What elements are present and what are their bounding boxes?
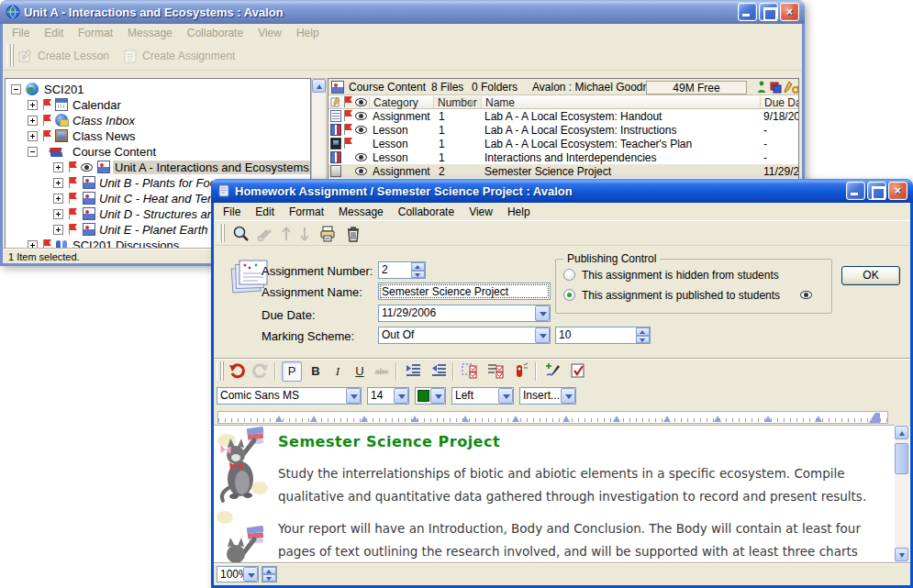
spellcheck-button[interactable] [568,361,588,382]
indent-decrease-button[interactable] [429,361,449,382]
list-row[interactable]: Lesson 1 Interactions and Interdependenc… [328,150,798,164]
tab-stop-marker[interactable] [462,416,469,422]
ruler[interactable] [217,411,888,424]
assignment-window-titlebar[interactable]: Homework Assignment / Semester Science P… [211,179,913,203]
expand-icon[interactable] [28,100,38,110]
collapse-icon[interactable] [11,84,21,94]
editor-content[interactable]: Semester Science Project Study the inter… [214,425,910,562]
font-size-combobox[interactable]: 14 [367,387,409,405]
published-radio-label[interactable]: This assignment is published to students [582,289,780,302]
course-window-titlebar[interactable]: Unit A - Interactions and Ecosystems : A… [0,0,805,24]
collapse-icon[interactable] [28,147,38,157]
zoom-combobox[interactable]: 100% [217,566,259,582]
expand-icon[interactable] [53,194,63,204]
published-radio[interactable] [563,289,575,301]
delete-icon[interactable] [344,225,362,243]
chevron-down-icon[interactable] [535,327,550,343]
toolbar-handle[interactable] [217,224,222,242]
font-family-combobox[interactable]: Comic Sans MS [217,387,362,405]
close-button[interactable]: × [888,182,907,200]
scroll-up-button[interactable] [312,79,326,93]
due-date-combobox[interactable]: 11/29/2006 [378,305,551,322]
chevron-down-icon[interactable] [561,388,575,404]
tab-stop-marker[interactable] [663,416,671,422]
tab-stop-marker[interactable] [562,416,570,422]
minimize-button[interactable] [846,182,865,200]
stepper-down[interactable] [411,271,425,279]
tree-label[interactable]: Unit B - Plants for Food [99,176,223,190]
key-pencil-icon[interactable] [792,81,799,94]
tree-label[interactable]: SCI201 Discussions [72,239,179,249]
plain-style-button[interactable]: P [282,361,302,382]
list-row-selected[interactable]: Assignment 2 Semester Science Project 11… [328,164,798,178]
list-row[interactable]: Lesson 1 Lab A - A Local Ecosystem: Teac… [328,137,798,150]
chevron-down-icon[interactable] [346,388,361,404]
menu-format[interactable]: Format [71,25,120,41]
minimize-button[interactable] [738,3,757,21]
underline-button[interactable]: U [350,361,370,382]
marking-value-stepper[interactable]: 10 [555,327,651,344]
ok-button[interactable]: OK [841,266,900,285]
tree-label[interactable]: Calendar [72,98,121,112]
tree-label[interactable]: SCI201 [44,83,84,96]
chevron-down-icon[interactable] [498,388,513,404]
hidden-radio-label[interactable]: This assignment is hidden from students [582,269,779,282]
tree-label[interactable]: Unit C - Heat and Temp [99,192,224,205]
assignment-name-input[interactable] [378,283,551,300]
insert-combobox[interactable]: Insert... [519,387,576,405]
expand-icon[interactable] [53,209,63,219]
tab-stop-marker[interactable] [275,416,283,422]
expand-icon[interactable] [53,162,63,172]
hidden-radio[interactable] [563,269,575,281]
eye-column-icon[interactable] [355,98,367,106]
stepper-up[interactable] [262,567,276,574]
select-elements-button[interactable] [460,361,480,382]
layers-icon[interactable] [769,81,782,94]
menu-edit[interactable]: Edit [37,25,71,41]
scroll-up-button[interactable] [895,426,908,439]
tree-item-unit-a[interactable]: Unit A - Interactions and Ecosystems [6,160,310,175]
font-color-combobox[interactable] [415,387,446,405]
maximize-button[interactable] [867,182,886,200]
list-row[interactable]: Lesson 1 Lab A - A Local Ecosystem: Inst… [328,123,798,137]
tab-stop-marker[interactable] [512,416,519,422]
toolbar-handle[interactable] [6,44,11,67]
expand-icon[interactable] [28,131,38,141]
editor-scrollbar[interactable] [895,425,909,562]
expand-icon[interactable] [28,116,38,126]
menu-file[interactable]: File [5,25,37,41]
chevron-down-icon[interactable] [430,388,445,404]
menu-view[interactable]: View [251,25,289,41]
column-name[interactable]: Name [481,96,760,108]
flag-column-icon[interactable] [343,96,353,108]
menu-format[interactable]: Format [282,204,331,220]
create-assignment-button[interactable]: Create Assignment [122,45,235,67]
expand-icon[interactable] [53,178,63,188]
menu-edit[interactable]: Edit [248,204,282,220]
person-icon[interactable] [756,81,767,94]
menu-view[interactable]: View [462,204,500,220]
menu-help[interactable]: Help [289,25,327,41]
column-category[interactable]: Category [369,96,433,108]
tree-label[interactable]: Class News [72,129,136,143]
scroll-down-button[interactable] [895,548,908,561]
print-icon[interactable] [318,225,337,243]
menu-collaborate[interactable]: Collaborate [180,25,251,41]
tree-label[interactable]: Course Content [72,145,156,159]
tree-item-sci201[interactable]: SCI201 [6,82,310,97]
tab-stop-marker[interactable] [714,416,721,422]
alignment-combobox[interactable]: Left [451,387,514,405]
toolbar-handle[interactable] [217,361,221,381]
tree-label-selected[interactable]: Unit A - Interactions and Ecosystems [113,161,311,174]
menu-file[interactable]: File [216,204,248,220]
chevron-down-icon[interactable] [535,305,550,321]
close-button[interactable]: × [780,3,799,21]
checklist-button[interactable] [485,361,506,382]
maximize-button[interactable] [759,3,778,21]
tab-stop-marker[interactable] [613,416,620,422]
expand-icon[interactable] [53,225,63,235]
indent-increase-button[interactable] [403,361,423,382]
stepper-up[interactable] [636,327,650,336]
menu-collaborate[interactable]: Collaborate [391,204,462,220]
list-row[interactable]: Assignment 1 Lab A - A Local Ecosystem: … [328,109,798,123]
